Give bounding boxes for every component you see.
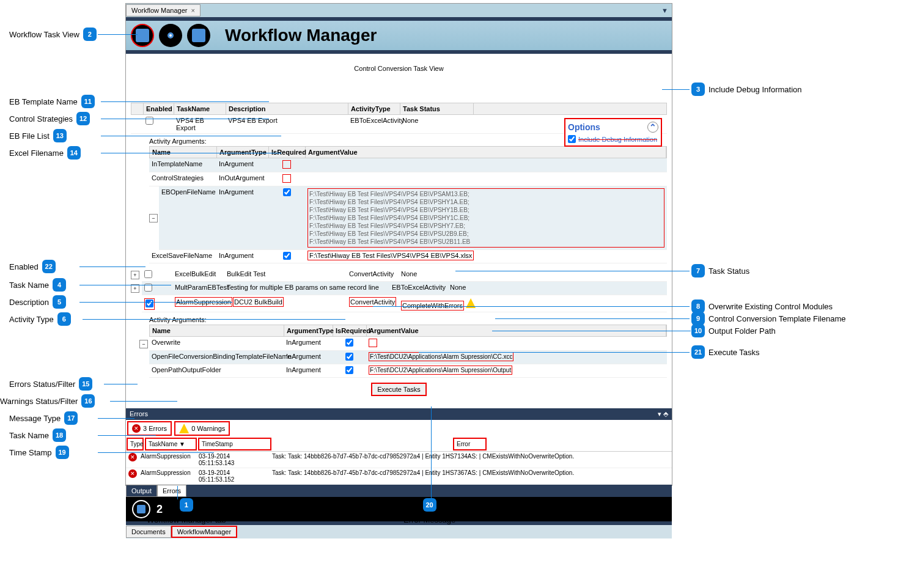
col-error-message: Error bbox=[453, 438, 487, 450]
arg-row: ExcelSaveFileName InArgument F:\Test\Hiw… bbox=[149, 250, 667, 263]
callout: 1 Workflow Manager tab bbox=[147, 498, 226, 524]
options-label: Options bbox=[568, 122, 600, 132]
errors-filter-button[interactable]: ✕ 3 Errors bbox=[127, 421, 172, 436]
workflow-manager-doc-tab[interactable]: WorkflowManager bbox=[171, 526, 237, 538]
callout: Overwrite Existing Control Modules8 bbox=[688, 300, 833, 313]
callout: Output Folder Path10 bbox=[688, 324, 776, 337]
callout: Enabled22 bbox=[9, 260, 59, 273]
error-icon: ✕ bbox=[132, 424, 141, 433]
arg-row: InTemplateName InArgument bbox=[149, 158, 667, 172]
execute-tasks-button[interactable]: Execute Tasks bbox=[371, 383, 427, 396]
required-checkbox[interactable] bbox=[283, 252, 291, 260]
output-tab[interactable]: Output bbox=[126, 485, 157, 497]
workflow-task-view-icon[interactable] bbox=[131, 24, 154, 47]
callout: Task Status7 bbox=[688, 264, 749, 277]
options-panel: Options ⌃ Include Debug Information bbox=[564, 118, 662, 147]
errors-tab[interactable]: Errors bbox=[157, 485, 186, 497]
excel-filename-value: F:\Test\Hiway EB Test Files\VPS4\VPS4 EB… bbox=[307, 251, 474, 260]
required-checkbox[interactable] bbox=[345, 339, 353, 347]
activity-arguments-section: Activity Arguments: Name ArgumentType Is… bbox=[149, 315, 667, 378]
col-taskstatus: Task Status bbox=[400, 103, 474, 114]
required-checkbox[interactable] bbox=[345, 366, 353, 374]
minimize-icon[interactable]: ▾ bbox=[658, 410, 661, 417]
col-description: Description bbox=[226, 103, 348, 114]
header-title: Workflow Manager bbox=[225, 26, 377, 45]
tab-label: Workflow Manager bbox=[131, 7, 188, 14]
callout: Control Strategies12 bbox=[9, 112, 94, 125]
callout: Excel Filename14 bbox=[9, 146, 84, 160]
content-title: Control Conversion Task View bbox=[131, 59, 667, 78]
required-checkbox[interactable] bbox=[283, 188, 291, 196]
output-folder-value: F:\Test\DCU2\Applications\Alarm Supressi… bbox=[369, 366, 512, 375]
required-box[interactable] bbox=[282, 160, 291, 169]
overwrite-value[interactable] bbox=[369, 339, 377, 347]
minimize-icon[interactable]: ▼ bbox=[658, 7, 672, 14]
include-debug-label: Include Debug Information bbox=[578, 136, 657, 143]
task-activity-cell: ConvertActivity bbox=[349, 297, 396, 307]
errors-title: Errors bbox=[130, 410, 148, 418]
task-desc-cell: VPS4 EB Export bbox=[226, 115, 348, 133]
callout: Task Name4 bbox=[9, 278, 70, 292]
expand-icon[interactable]: + bbox=[131, 271, 139, 279]
callout: EB File List13 bbox=[9, 129, 70, 142]
arg-row: OpenFileConversionBindingTemplateFileNam… bbox=[149, 351, 667, 364]
warning-icon bbox=[179, 424, 189, 433]
col-activitytype: ActivityType bbox=[348, 103, 400, 114]
task-name-cell: VPS4 EB Export bbox=[174, 115, 226, 133]
task-status-cell: None bbox=[400, 115, 473, 133]
error-row[interactable]: ✕ AlarmSuppression 03-19-2014 05:11:53.1… bbox=[126, 468, 672, 485]
callout: Include Debug Information3 bbox=[688, 83, 801, 96]
task-status-cell: CompleteWithErrors bbox=[401, 301, 464, 311]
callout: Errors Status/Filter15 bbox=[9, 377, 96, 391]
error-icon: ✕ bbox=[128, 469, 137, 478]
collapse-icon[interactable]: − bbox=[149, 214, 158, 222]
activity-arguments-section: Activity Arguments: Name ArgumentType Is… bbox=[149, 136, 667, 263]
app-window: Workflow Manager × ▼ Workflow Manager Co… bbox=[125, 3, 672, 486]
eb-files-list: F:\Test\Hiway EB Test Files\VPS4\VPS4 EB… bbox=[307, 188, 664, 248]
arg-row: Overwrite InArgument bbox=[149, 337, 667, 351]
col-error-taskname: TaskName ▼ bbox=[145, 438, 197, 450]
arg-row: EBOpenFileName InArgument F:\Test\Hiway … bbox=[159, 186, 667, 250]
callout: Message Type17 bbox=[9, 411, 81, 425]
content-area: Control Conversion Task View Options ⌃ I… bbox=[126, 54, 672, 406]
required-box[interactable] bbox=[282, 174, 291, 183]
enabled-checkbox[interactable] bbox=[144, 270, 152, 278]
task-row[interactable]: AlarmSuppression DCU2 BulkBuild ConvertA… bbox=[142, 296, 667, 312]
arg-row: ControlStrategies InOutArgument bbox=[149, 172, 667, 186]
document-tabs: Documents WorkflowManager bbox=[126, 525, 672, 538]
enabled-checkbox[interactable] bbox=[145, 300, 153, 307]
callout: Warnings Status/Filter16 bbox=[0, 394, 98, 408]
window-tab-bar: Workflow Manager × ▼ bbox=[126, 4, 672, 17]
col-error-type: Type bbox=[127, 438, 144, 450]
chevron-up-icon[interactable]: ⌃ bbox=[647, 122, 658, 133]
error-icon: ✕ bbox=[128, 453, 137, 461]
errors-grid: Type TaskName ▼ TimeStamp Error ✕ AlarmS… bbox=[126, 437, 672, 485]
col-error-timestamp: TimeStamp bbox=[198, 438, 271, 450]
callout: 20 Error Message bbox=[403, 498, 455, 524]
workflow-manager-tab[interactable]: Workflow Manager × bbox=[126, 4, 201, 17]
callout: Time Stamp19 bbox=[9, 446, 73, 459]
callout: Description5 bbox=[9, 295, 70, 309]
template-filename-value: F:\Test\DCU2\Applications\Alarm Supressi… bbox=[369, 352, 513, 361]
enabled-checkbox[interactable] bbox=[145, 117, 153, 125]
callout: Workflow Task View2 bbox=[9, 28, 100, 41]
close-icon[interactable]: × bbox=[191, 7, 195, 14]
view-icon-3[interactable] bbox=[187, 24, 210, 47]
callout: Control Conversion Template Filename9 bbox=[688, 312, 845, 325]
pin-icon[interactable]: ⬘ bbox=[663, 410, 668, 417]
include-debug-checkbox[interactable] bbox=[568, 135, 576, 143]
expand-icon[interactable]: + bbox=[131, 284, 139, 293]
collapse-icon[interactable]: − bbox=[139, 340, 148, 348]
header-bar: Workflow Manager bbox=[126, 17, 672, 54]
view-icon-2[interactable] bbox=[159, 24, 182, 47]
task-activity-cell: EBToExcelActivity bbox=[348, 115, 400, 133]
documents-tab[interactable]: Documents bbox=[126, 526, 171, 538]
callout: Execute Tasks21 bbox=[688, 345, 760, 359]
required-checkbox[interactable] bbox=[345, 353, 353, 361]
arg-row: OpenPathOutputFolder InArgument F:\Test\… bbox=[149, 364, 667, 378]
col-taskname: TaskName bbox=[174, 103, 226, 114]
task-row[interactable]: MultParamEBTest Testing for multiple EB … bbox=[142, 282, 667, 295]
warnings-filter-button[interactable]: 0 Warnings bbox=[174, 421, 230, 436]
error-row[interactable]: ✕ AlarmSuppression 03-19-2014 05:11:53.1… bbox=[126, 452, 672, 468]
callout: Task Name18 bbox=[9, 428, 70, 442]
